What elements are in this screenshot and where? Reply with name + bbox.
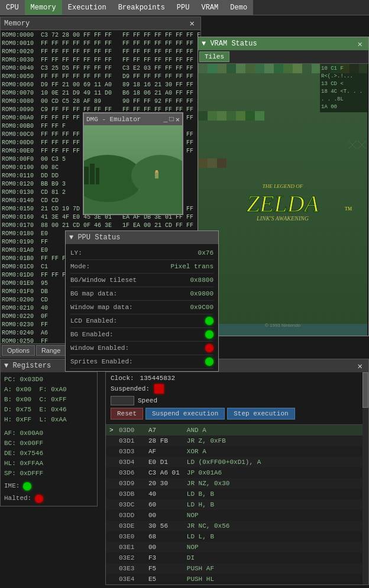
execution-table-row[interactable]: 03E3F5PUSH AF: [106, 563, 368, 574]
step-execution-button[interactable]: Step execution: [227, 408, 294, 420]
execution-row-addr: 03D6: [115, 467, 145, 478]
memory-close-button[interactable]: ✕: [187, 18, 197, 28]
options-button[interactable]: Options: [2, 345, 35, 356]
execution-row-addr: 03E4: [115, 574, 145, 584]
execution-window: ▼ Execution ✕ Clock: 135445832 Suspended…: [105, 359, 369, 585]
svg-text:LINK'S AWAKENING: LINK'S AWAKENING: [256, 215, 309, 222]
execution-table-row[interactable]: 03D3AFXOR A: [106, 446, 368, 457]
execution-row-opcode: 00: [145, 542, 183, 553]
vram-title-bar: ▼ VRAM Status ✕: [198, 37, 368, 50]
svg-rect-64: [274, 64, 283, 73]
execution-table-row[interactable]: 03D920 30JR NZ, 0x30: [106, 478, 368, 489]
execution-row-mnemonic: LD B, B: [183, 489, 368, 499]
execution-row-arrow: [106, 574, 115, 584]
menu-memory[interactable]: Memory: [25, 0, 62, 15]
ppu-window-map-label: Window map data:: [70, 301, 133, 313]
ppu-bg-led: [205, 330, 213, 339]
execution-row-opcode: 28 FB: [145, 436, 183, 446]
menu-vram[interactable]: VRAM: [195, 0, 224, 15]
ppu-ly-row: LY: 0x76: [70, 246, 213, 260]
ppu-bg-tileset-label: BG/Window tileset: [70, 274, 137, 286]
reg-bc: BC: 0x00FF: [4, 438, 93, 449]
vram-tab-tiles[interactable]: Tiles: [199, 51, 229, 62]
svg-rect-58: [217, 64, 226, 73]
menu-breakpoints[interactable]: Breakpoints: [112, 0, 171, 15]
ppu-sprites-led: [205, 358, 213, 366]
reg-halted-led: [35, 495, 43, 503]
execution-row-mnemonic: DI: [183, 553, 368, 563]
mem-row: ROM0:0050 FF FF FF FF FF FF FF D9 FF FF …: [2, 73, 199, 81]
svg-rect-63: [264, 64, 274, 73]
vram-window: ▼ VRAM Status ✕ Tiles: [198, 37, 369, 336]
suspend-execution-button[interactable]: Suspend execution: [145, 408, 225, 420]
ppu-bg-map-row: BG map data: 0x9800: [70, 287, 213, 301]
vram-content: THE LEGEND OF ZELDA LINK'S AWAKENING TM …: [198, 64, 367, 336]
execution-table-row[interactable]: >03D0A7AND A: [106, 425, 368, 436]
execution-table-row[interactable]: 03DC60LD H, B: [106, 499, 368, 510]
reg-h: H: 0xFF L: 0xAA: [4, 415, 93, 425]
execution-row-mnemonic: LD H, B: [183, 499, 368, 510]
execution-row-opcode: E0 D1: [145, 457, 183, 467]
menu-cpu[interactable]: CPU: [0, 0, 25, 15]
execution-row-mnemonic: LD (0xFF00+0xD1), A: [183, 457, 368, 467]
execution-table-row[interactable]: 03DD00NOP: [106, 510, 368, 521]
execution-row-arrow: [106, 436, 115, 446]
exec-buttons: Reset Suspend execution Step execution: [111, 408, 364, 420]
ppu-bg-tileset-row: BG/Window tileset 0x8800: [70, 274, 213, 287]
execution-table-row[interactable]: 03E4E5PUSH HL: [106, 574, 368, 584]
execution-table-row[interactable]: 03DB40LD B, B: [106, 489, 368, 499]
reset-button[interactable]: Reset: [111, 408, 143, 420]
svg-rect-78: [236, 111, 245, 121]
svg-rect-67: [302, 64, 312, 73]
reg-halted-label: Halted:: [4, 493, 31, 503]
svg-rect-61: [245, 64, 255, 73]
speed-input[interactable]: 10: [111, 396, 134, 405]
execution-row-mnemonic: JP 0x01A6: [183, 467, 368, 478]
execution-scrollbar-thumb[interactable]: [362, 372, 368, 408]
svg-rect-74: [198, 111, 208, 121]
execution-header: Clock: 135445832 Suspended: 10 Speed Res…: [106, 372, 368, 425]
execution-row-arrow: [106, 510, 115, 521]
execution-table-row[interactable]: 03E100NOP: [106, 542, 368, 553]
mem-row: ROM0:0020 FF FF FF FF FF FF FF FF FF FF …: [2, 48, 199, 56]
mem-row: ROM0:0030 FF FF FF FF FF FF FF FF FF FF …: [2, 56, 199, 64]
dmg-close-button[interactable]: ✕: [176, 115, 180, 124]
menu-execution[interactable]: Execution: [62, 0, 112, 15]
dmg-maximize-button[interactable]: □: [170, 115, 174, 124]
range-button[interactable]: Range: [36, 345, 66, 356]
execution-row-addr: 03D9: [115, 478, 145, 489]
reg-ime-label: IME:: [4, 481, 20, 491]
execution-table-row[interactable]: 03E2F3DI: [106, 553, 368, 563]
mem-row: ROM0:0000 C3 72 28 00 FF FF FF FF FF FF …: [2, 31, 199, 40]
dmg-title-bar: DMG - Emulator _ □ ✕: [84, 113, 182, 125]
execution-table-row[interactable]: 03D6C3 A6 01JP 0x01A6: [106, 467, 368, 478]
execution-table-row[interactable]: 03DE30 56JR NC, 0x56: [106, 521, 368, 531]
execution-table-row[interactable]: 03D4E0 D1LD (0xFF00+0xD1), A: [106, 457, 368, 467]
ppu-bg-map-label: BG map data:: [70, 288, 117, 300]
svg-rect-87: [198, 158, 208, 168]
execution-row-mnemonic: PUSH HL: [183, 574, 368, 584]
reg-d: D: 0x75 E: 0x46: [4, 405, 93, 415]
menu-ppu[interactable]: PPU: [171, 0, 196, 15]
execution-row-mnemonic: XOR A: [183, 446, 368, 457]
reg-b: B: 0x00 C: 0xFF: [4, 395, 93, 405]
menu-demo[interactable]: Demo: [224, 0, 253, 15]
dmg-minimize-button[interactable]: _: [163, 115, 167, 124]
ppu-bg-map-value: 0x9800: [190, 288, 213, 300]
execution-row-arrow: >: [106, 425, 115, 436]
reg-de: DE: 0x7546: [4, 449, 93, 459]
suspended-led: [154, 384, 164, 394]
dmg-title: DMG - Emulator: [86, 116, 141, 123]
ppu-sprites-label: Sprites Enabled:: [70, 356, 133, 368]
reg-halted-row: Halted:: [4, 493, 93, 503]
mem-row: ROM0:0080 00 CD C5 28 AF 89 90 FF FF 92 …: [2, 98, 199, 106]
svg-text:TM: TM: [345, 206, 352, 212]
execution-table-row[interactable]: 03E068LD L, B: [106, 531, 368, 542]
execution-close-button[interactable]: ✕: [355, 361, 365, 371]
execution-row-addr: 03DD: [115, 510, 145, 521]
ppu-window-map-row: Window map data: 0x9C00: [70, 301, 213, 314]
svg-rect-79: [245, 111, 255, 121]
execution-table-row[interactable]: 03D128 FBJR Z, 0xFB: [106, 436, 368, 446]
vram-close-button[interactable]: ✕: [355, 39, 365, 49]
execution-scrollbar[interactable]: [362, 372, 368, 584]
